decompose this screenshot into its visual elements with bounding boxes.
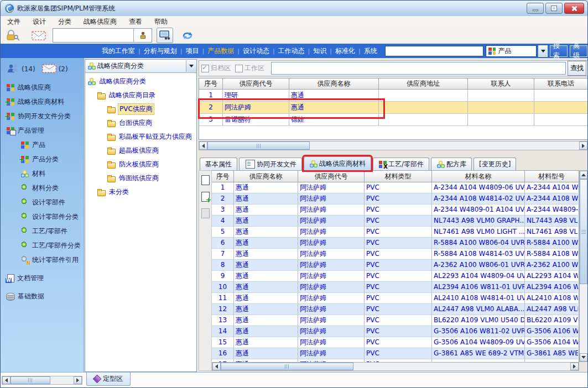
scroll-left-button[interactable] bbox=[199, 141, 207, 150]
detail-tab[interactable]: 协同开发文件 bbox=[239, 158, 302, 170]
scrollbar-track[interactable] bbox=[580, 284, 587, 353]
tree-dropdown-button[interactable] bbox=[186, 60, 196, 72]
monitor-button[interactable] bbox=[157, 28, 173, 43]
scroll-right-button[interactable] bbox=[570, 363, 579, 370]
supplier-row[interactable]: 2阿法萨姆惠通 bbox=[199, 102, 587, 114]
tree-node[interactable]: 防火板供应商 bbox=[85, 158, 196, 171]
scrollbar-thumb[interactable] bbox=[221, 363, 353, 370]
tree-node[interactable]: 台面供应商 bbox=[85, 116, 196, 130]
scroll-down-button[interactable] bbox=[580, 353, 587, 361]
scroll-left-button[interactable] bbox=[212, 363, 221, 370]
sidebar-item[interactable]: 材料 bbox=[1, 166, 84, 181]
sidebar-item[interactable]: 工艺/零部件分类 bbox=[1, 238, 84, 253]
archive-checkbox[interactable] bbox=[201, 65, 209, 72]
material-row[interactable]: 1惠通阿法萨姆PVCA-2344 A104 W4809-06 UV...A-23… bbox=[212, 182, 579, 193]
find-button[interactable]: 查找 bbox=[568, 61, 586, 76]
search-button[interactable]: 搜索 bbox=[550, 45, 568, 57]
close-button[interactable] bbox=[564, 3, 584, 14]
material-row[interactable]: 6惠通阿法萨姆PVCR-5884 A100 W806-04 UVR0...R-5… bbox=[212, 238, 579, 249]
mail-icon[interactable] bbox=[32, 31, 46, 40]
sidebar-item[interactable]: 产品分类 bbox=[1, 152, 84, 166]
material-row[interactable]: 16惠通阿法萨姆PVCG-3861 A85 WE 689-2 VTM1G-386… bbox=[212, 348, 579, 359]
material-row[interactable]: 14惠通阿法萨姆PVCG-3506 A106 W811-02 UVR...G-3… bbox=[212, 326, 579, 337]
material-row[interactable]: 2惠通阿法萨姆PVCA-2344 A108 W4814-02 UV...A-23… bbox=[212, 193, 579, 205]
sidebar-item[interactable]: 产品 bbox=[1, 138, 84, 152]
material-row[interactable]: 11惠通阿法萨姆PVCAL2410 A108 W4814-01 UV...AL2… bbox=[212, 293, 579, 304]
menu-item[interactable]: 分类 bbox=[58, 17, 71, 27]
refresh-icon[interactable] bbox=[182, 31, 193, 40]
nav-item[interactable]: 设计动态 bbox=[243, 46, 278, 56]
supplier-search-input[interactable] bbox=[271, 62, 566, 75]
nav-item[interactable]: 产品数据 bbox=[207, 46, 243, 56]
menu-item[interactable]: 设计 bbox=[33, 17, 46, 27]
tree-node[interactable]: 超晶板供应商 bbox=[85, 144, 196, 158]
sidebar-item[interactable]: 工艺/零部件 bbox=[1, 224, 84, 238]
material-row[interactable]: 5惠通阿法萨姆PVCNL7461 A98 VLM0 LIGHT ...NL746… bbox=[212, 227, 579, 238]
sidebar-item[interactable]: 材料分类 bbox=[1, 181, 84, 195]
sidebar-item[interactable]: 产品管理 bbox=[1, 123, 84, 138]
tree-header[interactable]: 战略供应商分类 bbox=[85, 60, 196, 73]
menu-item[interactable]: 文件 bbox=[7, 17, 20, 27]
advanced-search-button[interactable]: 高级 bbox=[570, 45, 587, 57]
material-row[interactable]: 15惠通阿法萨姆PVCG-3506 A104 W4809-09 UV...G-3… bbox=[212, 337, 579, 348]
material-row[interactable]: 10惠通阿法萨姆PVCAL2394 A106 W811-01 UVR...AL2… bbox=[212, 282, 579, 293]
seal-button[interactable] bbox=[133, 29, 152, 42]
online-users-icon[interactable] bbox=[6, 64, 19, 75]
menu-item[interactable]: 战略供应商 bbox=[84, 17, 117, 27]
detail-tab[interactable]: [变更历史] bbox=[473, 158, 516, 170]
detail-tab[interactable]: 基本属性 bbox=[200, 158, 237, 170]
tree-node[interactable]: PVC供应商 bbox=[85, 102, 196, 116]
nav-item[interactable]: 工作动态 bbox=[278, 46, 314, 56]
new-document-icon[interactable] bbox=[201, 175, 210, 185]
workarea-checkbox[interactable] bbox=[235, 65, 243, 72]
supplier-row[interactable]: 1理研惠通 bbox=[199, 90, 587, 102]
maximize-button[interactable] bbox=[545, 3, 563, 14]
scrollbar-track[interactable] bbox=[50, 376, 74, 384]
supplier-row[interactable]: 3雷诺丽特德娃 bbox=[199, 114, 587, 126]
sidebar-item[interactable]: 设计零部件分类 bbox=[1, 209, 84, 224]
sidebar-item[interactable]: 战略供应商 bbox=[1, 80, 84, 95]
tree-node[interactable]: 彩晶板平贴亚克力供应商 bbox=[85, 130, 196, 144]
nav-item[interactable]: 知识 bbox=[313, 46, 335, 56]
tree-node[interactable]: 未分类 bbox=[85, 185, 196, 199]
scroll-left-button[interactable] bbox=[2, 376, 11, 384]
menu-item[interactable]: 帮助 bbox=[154, 17, 168, 27]
nav-item[interactable]: 系统 bbox=[364, 46, 382, 56]
scrollbar-thumb[interactable] bbox=[11, 376, 50, 384]
add-document-icon[interactable] bbox=[201, 192, 210, 202]
sidebar-item[interactable]: 协同开发文件分类 bbox=[1, 109, 84, 123]
detail-tab[interactable]: 配方库 bbox=[431, 158, 472, 170]
scroll-up-button[interactable] bbox=[580, 171, 587, 179]
material-row[interactable]: 4惠通阿法萨姆PVCNL7443 A98 VLM0 GRAPH...NL7443… bbox=[212, 216, 579, 227]
detail-tab[interactable]: 战略供应商材料 bbox=[304, 156, 371, 170]
nav-item[interactable]: 项目 bbox=[185, 46, 207, 56]
nav-item[interactable]: 标准化 bbox=[335, 46, 364, 56]
category-dropdown-button[interactable] bbox=[538, 45, 548, 57]
scroll-right-button[interactable] bbox=[579, 141, 587, 150]
tree-node[interactable]: 战略供应商分类 bbox=[85, 75, 196, 88]
material-row[interactable]: 13惠通阿法萨姆PVCBL6220 A109 VLM0 U540 D...BL6… bbox=[212, 315, 579, 326]
search-category-select[interactable]: 产品 bbox=[486, 45, 537, 57]
sidebar-mail-icon[interactable] bbox=[42, 64, 56, 75]
material-row[interactable]: 7惠通阿法萨姆PVCR-5884 A108 W4814-03 UVR...R-5… bbox=[212, 249, 579, 260]
material-row[interactable]: 12惠通阿法萨姆PVCAL2447 A98 VLM0 ALABA...AL244… bbox=[212, 304, 579, 315]
sidebar-item[interactable]: 战略供应商材料 bbox=[1, 95, 84, 109]
scrollbar-track[interactable] bbox=[353, 363, 570, 370]
sidebar-item[interactable]: 基础数据 bbox=[1, 289, 84, 303]
sidebar-hscrollbar[interactable] bbox=[2, 376, 82, 385]
shaping-area-tab[interactable]: 定型区 bbox=[86, 373, 131, 386]
sidebar-item[interactable]: 设计零部件 bbox=[1, 195, 84, 209]
nav-item[interactable]: 分析与规划 bbox=[144, 46, 186, 56]
detail-tab[interactable]: 工艺/零部件 bbox=[373, 158, 429, 170]
scroll-right-button[interactable] bbox=[74, 376, 82, 384]
supplier-hscrollbar[interactable] bbox=[199, 141, 588, 150]
material-vscrollbar[interactable] bbox=[579, 170, 588, 362]
tree-node[interactable]: 战略供应商目录 bbox=[85, 88, 196, 102]
tree-node[interactable]: 饰面纸供应商 bbox=[85, 171, 196, 185]
sidebar-item[interactable]: 文档管理 bbox=[1, 271, 84, 285]
material-row[interactable]: 3惠通阿法萨姆PVCA-2344 W4809-01 A104 UV...A-23… bbox=[212, 205, 579, 216]
lock-icon[interactable] bbox=[5, 29, 19, 41]
sidebar-item[interactable]: 统计零部件引用 bbox=[1, 253, 84, 267]
menu-item[interactable]: 查看 bbox=[129, 17, 142, 27]
material-hscrollbar[interactable] bbox=[212, 362, 579, 371]
